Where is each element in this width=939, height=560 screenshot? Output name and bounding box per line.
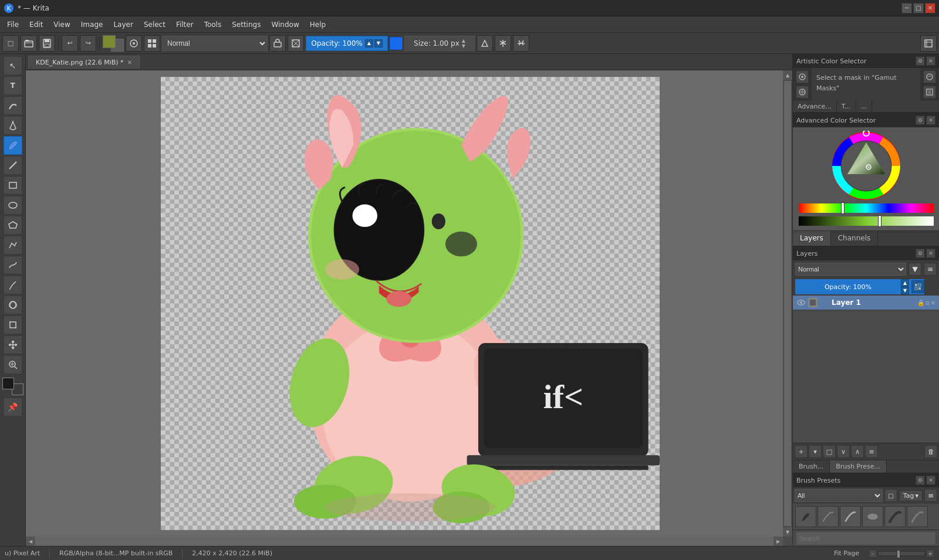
layers-filter-button[interactable]: ▼ — [908, 263, 921, 276]
dynamic-brush-tool[interactable] — [4, 276, 22, 294]
canvas-scroll-area[interactable]: if< — [26, 70, 792, 546]
color-swatches[interactable] — [103, 35, 124, 52]
adv-cs-options-button[interactable]: ⚙ — [916, 116, 925, 125]
mirror-v-button[interactable] — [513, 35, 529, 52]
zoom-tool[interactable] — [4, 355, 22, 374]
opacity-slider[interactable]: Opacity: 100% ▲ ▼ — [306, 36, 388, 51]
menu-view[interactable]: View — [49, 19, 75, 30]
hue-slider[interactable] — [799, 203, 934, 213]
preserve-alpha-button[interactable] — [288, 35, 304, 52]
artistic-cs-close-button[interactable]: ✕ — [926, 56, 935, 66]
layers-blend-mode-select[interactable]: Normal Multiply Screen — [795, 263, 906, 276]
move-tool[interactable] — [4, 335, 22, 354]
undo-button[interactable]: ↩ — [62, 35, 78, 52]
blend-mode-select[interactable]: Normal Multiply Screen Overlay — [162, 36, 268, 51]
zoom-in-button[interactable]: + — [926, 549, 934, 558]
scroll-thumb-vertical[interactable] — [784, 81, 791, 526]
freehand-brush-tool[interactable] — [4, 136, 22, 155]
layers-options-button[interactable]: ⚙ — [916, 249, 925, 258]
layers-close-button[interactable]: ✕ — [926, 249, 935, 258]
brush-category-select[interactable]: All Basic Airbrush Charcoal — [795, 489, 883, 502]
canvas-draw-area[interactable]: if< — [161, 70, 660, 537]
tab-t[interactable]: T... — [837, 101, 856, 112]
canvas-tab-close-button[interactable]: ✕ — [127, 59, 132, 66]
fill-paint-tool[interactable] — [4, 116, 22, 135]
adv-cs-close-button[interactable]: ✕ — [926, 116, 935, 125]
scroll-down-button[interactable]: ▼ — [783, 527, 792, 537]
brush-swatch-3[interactable] — [840, 506, 861, 527]
assistant-tool[interactable]: 📌 — [4, 398, 22, 416]
polyline-tool[interactable] — [4, 236, 22, 254]
brush-tag-dropdown[interactable]: Tag ▾ — [899, 490, 923, 501]
zoom-slider[interactable] — [878, 551, 925, 556]
brush-size-control[interactable]: Size: 1.00 px ▲ ▼ — [404, 36, 475, 51]
copy-layer-button[interactable]: □ — [823, 445, 836, 458]
freehand-path-tool[interactable] — [4, 256, 22, 274]
foreground-background-color[interactable] — [2, 378, 23, 395]
menu-select[interactable]: Select — [139, 19, 170, 30]
scroll-left-button[interactable]: ◀ — [26, 537, 35, 546]
brush-add-tag-button[interactable]: ≡ — [924, 489, 937, 502]
select-shapes-tool[interactable]: ↖ — [4, 56, 22, 75]
zoom-out-button[interactable]: – — [869, 549, 877, 558]
tab-more[interactable]: ... — [856, 101, 873, 112]
menu-file[interactable]: File — [2, 19, 23, 30]
scroll-thumb-horizontal[interactable] — [35, 537, 774, 546]
layers-sort-button[interactable]: ≡ — [924, 263, 937, 276]
menu-settings[interactable]: Settings — [227, 19, 265, 30]
maximize-button[interactable]: □ — [913, 3, 924, 13]
brush-swatch-5[interactable] — [884, 506, 906, 527]
vertical-scrollbar[interactable]: ▲ ▼ — [783, 70, 792, 537]
save-document-button[interactable] — [39, 35, 55, 52]
menu-tools[interactable]: Tools — [200, 19, 227, 30]
brush-presets-options-button[interactable]: ⚙ — [916, 476, 925, 485]
tab-channels[interactable]: Channels — [831, 231, 879, 246]
ellipse-tool[interactable] — [4, 196, 22, 215]
delete-layer-button[interactable]: 🗑 — [924, 445, 937, 458]
open-document-button[interactable] — [21, 35, 37, 52]
new-document-button[interactable]: □ — [2, 35, 19, 52]
tab-advanced[interactable]: Advance... — [793, 101, 837, 112]
layer-add-dropdown-button[interactable]: ▾ — [809, 445, 822, 458]
crop-tool[interactable] — [4, 315, 22, 334]
brush-swatch-1[interactable] — [795, 506, 816, 527]
brush-swatch-4[interactable] — [862, 506, 883, 527]
pattern-button[interactable] — [144, 35, 160, 52]
brush-swatch-2[interactable] — [818, 506, 839, 527]
opacity-increase-button[interactable]: ▲ — [901, 279, 909, 287]
scroll-up-button[interactable]: ▲ — [783, 70, 792, 80]
opacity-settings-button[interactable] — [911, 280, 924, 293]
brush-tag-toggle[interactable]: □ — [884, 489, 897, 502]
brush-swatch-6[interactable] — [907, 506, 928, 527]
lightness-slider[interactable] — [799, 216, 934, 226]
layers-opacity-control[interactable]: Opacity: 100% ▲ ▼ — [795, 279, 924, 294]
menu-edit[interactable]: Edit — [25, 19, 48, 30]
opacity-decrease-button[interactable]: ▼ — [901, 287, 909, 294]
line-tool[interactable] — [4, 156, 22, 175]
artistic-cs-history-button[interactable] — [923, 86, 936, 99]
brush-search-input[interactable] — [796, 532, 935, 545]
tab-brush-editor[interactable]: Brush... — [793, 460, 830, 473]
layer-visibility-toggle[interactable] — [796, 298, 806, 307]
color-wheel-svg[interactable] — [831, 131, 901, 201]
text-tool[interactable]: T — [4, 76, 22, 95]
redo-button[interactable]: ↪ — [80, 35, 96, 52]
brush-presets-close-button[interactable]: ✕ — [926, 476, 935, 485]
tab-layers[interactable]: Layers — [793, 231, 831, 246]
color-wheel-area[interactable] — [793, 127, 939, 230]
menu-window[interactable]: Window — [266, 19, 303, 30]
layer-item-1[interactable]: Layer 1 🔒 α ✕ — [793, 296, 939, 310]
move-layer-down-button[interactable]: ∨ — [837, 445, 850, 458]
artistic-cs-configure-button[interactable] — [796, 86, 809, 99]
mirror-button[interactable] — [495, 35, 511, 52]
close-button[interactable]: ✕ — [925, 3, 935, 13]
menu-help[interactable]: Help — [305, 19, 330, 30]
minimize-button[interactable]: ─ — [901, 3, 912, 13]
set-size-button[interactable] — [477, 35, 493, 52]
polygon-tool[interactable] — [4, 216, 22, 235]
rect-tool[interactable] — [4, 176, 22, 195]
calligraphy-tool[interactable] — [4, 96, 22, 115]
size-color-indicator[interactable] — [390, 37, 403, 50]
erase-mode-button[interactable] — [269, 35, 286, 52]
artistic-cs-options-button[interactable]: ⚙ — [916, 56, 925, 66]
